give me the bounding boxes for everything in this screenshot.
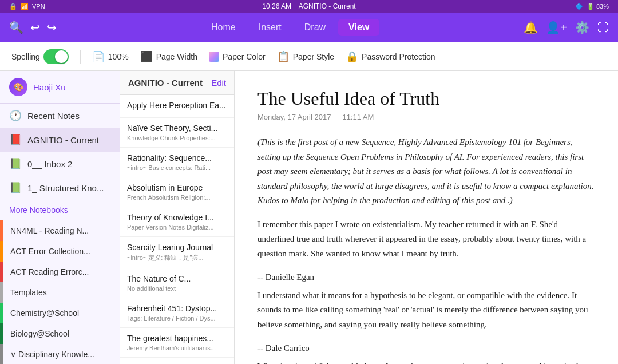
note-title: Naïve Set Theory, Secti... xyxy=(127,124,227,133)
notebook-label: ∨ Disciplinary Knowle... xyxy=(3,344,120,364)
notebook-green2-icon: 📗 xyxy=(9,181,22,194)
status-bar: 🔒 📶 VPN 10:26 AM AGNITIO - Current 🔷 🔋 8… xyxy=(0,0,618,13)
content-paragraph-4: What then is truth? A movable host of me… xyxy=(258,359,595,365)
note-title: Absolutism in Europe xyxy=(127,183,227,192)
sidebar-item-structured[interactable]: 📗 1_ Structured Kno... xyxy=(0,176,120,200)
notebook-biology[interactable]: Biology@School xyxy=(0,323,120,344)
notebook-chemistry[interactable]: Chemistry@School xyxy=(0,303,120,323)
notebook-label: Biology@School xyxy=(3,323,120,344)
paper-color-control[interactable]: Paper Color xyxy=(209,52,266,62)
notebook-nn4ml[interactable]: NN4ML - Reading N... xyxy=(0,220,120,241)
note-item[interactable]: Scarcity Learing Journal ~intro~ 定义: 稀缺，… xyxy=(120,237,234,268)
page-width-label: Page Width xyxy=(156,52,197,61)
zoom-control[interactable]: 📄 100% xyxy=(92,50,129,63)
tab-view[interactable]: View xyxy=(338,19,379,36)
content-paragraph-3: I understand what it means for a hypothe… xyxy=(258,288,595,333)
note-subtitle: Tags: Literature / Fiction / Dys... xyxy=(127,315,227,322)
notes-list: AGNITIO - Current Edit Apply Here Percep… xyxy=(120,71,235,364)
bluetooth-icon: 🔷 xyxy=(575,3,583,10)
wifi-icon: 📶 xyxy=(21,3,29,10)
content-meta: Monday, 17 April 2017 11:11 AM xyxy=(258,113,595,121)
sidebar-item-agnitio[interactable]: 📕 AGNITIO - Current xyxy=(0,128,120,152)
notebook-label: NN4ML - Reading N... xyxy=(3,220,120,241)
note-item[interactable]: Rationality: Sequence... ~intro~ Basic c… xyxy=(120,148,234,177)
note-subtitle: ~intro~ Basic concepts: Rati... xyxy=(127,164,227,171)
page-width-icon: ⬛ xyxy=(140,50,153,63)
battery-label: 🔋 83% xyxy=(587,3,609,10)
sidebar-user[interactable]: 🎨 Haoji Xu xyxy=(0,71,120,104)
avatar-initials: 🎨 xyxy=(14,82,23,92)
notebook-templates[interactable]: Templates xyxy=(0,282,120,303)
content-title: The Useful Idea of Truth xyxy=(258,88,595,109)
note-item[interactable]: Fahrenheit 451: Dystop... Tags: Literatu… xyxy=(120,298,234,328)
content-paragraph-1: (This is the first post of a new Sequenc… xyxy=(258,135,595,208)
note-title: Scarcity Learing Journal xyxy=(127,243,227,252)
notebook-act-reading[interactable]: ACT Reading Errorc... xyxy=(0,262,120,282)
spelling-toggle[interactable]: Spelling xyxy=(11,49,69,64)
notebook-red-icon: 📕 xyxy=(9,133,22,146)
note-item[interactable]: Naïve Set Theory, Secti... Knowledge Chu… xyxy=(120,118,234,148)
note-title: The greatest happines... xyxy=(127,334,227,343)
tab-home[interactable]: Home xyxy=(201,19,246,36)
note-item[interactable]: The greatest happines... Jeremy Bentham'… xyxy=(120,328,234,358)
notes-list-title: AGNITIO - Current xyxy=(128,78,203,88)
notes-list-header: AGNITIO - Current Edit xyxy=(120,71,234,95)
add-user-icon[interactable]: 👤+ xyxy=(546,21,567,34)
page-width-control[interactable]: ⬛ Page Width xyxy=(140,50,197,63)
avatar: 🎨 xyxy=(9,78,27,96)
paper-color-icon xyxy=(209,52,219,62)
agnitio-label: AGNITIO - Current xyxy=(27,135,99,145)
note-title: The Nature of C... xyxy=(127,274,227,283)
password-protection-label: Password Protection xyxy=(362,52,435,61)
status-center: 10:26 AM AGNITIO - Current xyxy=(262,2,355,10)
notification-icon[interactable]: 🔔 xyxy=(524,21,538,34)
content-paragraph-2: I remember this paper I wrote on existen… xyxy=(258,217,595,262)
notes-list-edit-button[interactable]: Edit xyxy=(211,78,226,88)
note-item[interactable]: Apply Here Perception Ea... xyxy=(120,95,234,118)
notebook-label: ACT Error Collection... xyxy=(3,241,120,262)
note-item[interactable]: Absolutism in Europe French Absolutism R… xyxy=(120,177,234,207)
tab-draw[interactable]: Draw xyxy=(294,19,336,36)
lock-icon: 🔒 xyxy=(9,3,17,10)
toolbar-divider-1 xyxy=(80,50,81,64)
note-subtitle: Knowledge Chunk Properties:... xyxy=(127,134,227,141)
sidebar-item-inbox[interactable]: 📗 0__ Inbox 2 xyxy=(0,152,120,176)
search-icon[interactable]: 🔍 xyxy=(9,21,23,34)
more-notebooks-button[interactable]: More Notebooks xyxy=(0,200,120,220)
settings-icon[interactable]: ⚙️ xyxy=(575,21,589,34)
recent-notes-label: Recent Notes xyxy=(27,111,80,121)
password-protection-control[interactable]: 🔒 Password Protection xyxy=(346,50,435,63)
forward-icon[interactable]: ↪ xyxy=(47,21,57,34)
note-title: Theory of Knowledge I... xyxy=(127,213,227,222)
note-title: Fahrenheit 451: Dystop... xyxy=(127,304,227,313)
note-subtitle: Paper Version Notes Digitaliz... xyxy=(127,224,227,231)
paper-style-label: Paper Style xyxy=(293,52,334,61)
notebook-act-error[interactable]: ACT Error Collection... xyxy=(0,241,120,262)
paper-style-control[interactable]: 📋 Paper Style xyxy=(277,50,334,63)
main-layout: 🎨 Haoji Xu 🕐 Recent Notes 📕 AGNITIO - Cu… xyxy=(0,71,618,364)
inbox-label: 0__ Inbox 2 xyxy=(27,159,72,169)
nav-icons-right: 🔔 👤+ ⚙️ ⛶ xyxy=(524,21,609,34)
note-item[interactable]: Theory of Knowledge I... Paper Version N… xyxy=(120,207,234,237)
spelling-label: Spelling xyxy=(11,52,40,61)
note-title: Apply Here Perception Ea... xyxy=(127,101,227,110)
content-area: The Useful Idea of Truth Monday, 17 Apri… xyxy=(235,71,618,364)
sidebar-item-recent-notes[interactable]: 🕐 Recent Notes xyxy=(0,104,120,128)
toolbar: Spelling 📄 100% ⬛ Page Width Paper Color… xyxy=(0,42,618,71)
tab-insert[interactable]: Insert xyxy=(248,19,292,36)
notebook-green-icon: 📗 xyxy=(9,157,22,170)
spelling-switch[interactable] xyxy=(43,49,69,64)
time-label: 10:26 AM xyxy=(262,2,291,10)
clock-icon: 🕐 xyxy=(9,109,22,122)
note-item[interactable]: The Nature of C... No additional text xyxy=(120,268,234,298)
expand-icon[interactable]: ⛶ xyxy=(597,21,609,34)
lock-toolbar-icon: 🔒 xyxy=(346,50,358,63)
content-time: 11:11 AM xyxy=(342,113,374,121)
user-name: Haoji Xu xyxy=(33,82,66,92)
content-body: (This is the first post of a new Sequenc… xyxy=(258,135,595,364)
back-icon[interactable]: ↩ xyxy=(30,21,40,34)
notebook-disciplinary[interactable]: ∨ Disciplinary Knowle... xyxy=(0,344,120,364)
note-subtitle: No additional text xyxy=(127,285,227,292)
notebook-label: ACT Reading Errorc... xyxy=(3,262,120,282)
sidebar-left: 🎨 Haoji Xu 🕐 Recent Notes 📕 AGNITIO - Cu… xyxy=(0,71,120,364)
